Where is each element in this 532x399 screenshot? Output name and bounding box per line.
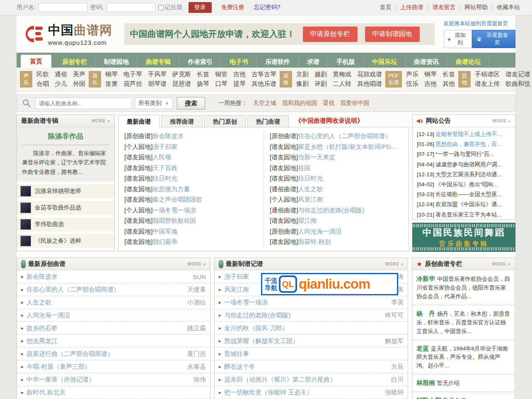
song-row[interactable]: 一场冬雪一场凉 李英 bbox=[215, 296, 408, 309]
hot-search-link[interactable]: 梁祝 bbox=[323, 100, 334, 107]
category-badge[interactable]: 其 他 bbox=[458, 71, 471, 88]
category-link[interactable]: 歌曲和弦 bbox=[505, 80, 530, 88]
song-link[interactable]: 往日时光 bbox=[152, 175, 177, 182]
song-row[interactable]: [谱友园地]雨霖铃.秋别 bbox=[270, 236, 403, 247]
song-tab[interactable]: 推荐曲谱 bbox=[161, 115, 203, 127]
song-link[interactable]: 家是乡愁（机打版/新文本歌词/PD... bbox=[298, 143, 396, 150]
category-link[interactable]: 扬琴 bbox=[197, 80, 209, 88]
apply-original-column-button[interactable]: 申请原创专栏 bbox=[303, 27, 358, 42]
announcement-link[interactable]: 近期有登陆不上或上传不... bbox=[435, 131, 502, 137]
category-link[interactable]: 评剧 bbox=[314, 80, 327, 88]
song-link[interactable]: 当那一天来监 bbox=[298, 153, 335, 161]
announcement-row[interactable]: [10-21]著名音乐家王立平为本站... bbox=[417, 210, 511, 220]
song-link[interactable]: 想去黑龙江 bbox=[27, 337, 203, 345]
login-button[interactable]: 登录 bbox=[189, 2, 212, 13]
baidu-home-button[interactable]: 百度新首页 bbox=[472, 30, 515, 48]
song-row[interactable]: [谱友园地]天下百姓 bbox=[124, 163, 258, 173]
song-row[interactable]: 新会陈皮水 SUN bbox=[17, 270, 210, 283]
song-row[interactable]: 蔬菜进行曲（二声部合唱简谱） 夏门吉 bbox=[17, 348, 210, 360]
nav-item[interactable]: 制谱园地 bbox=[96, 56, 138, 68]
song-row[interactable]: [通俗曲谱]人生之歌 bbox=[270, 184, 403, 195]
announcement-row[interactable]: [12-13]大型文艺展演系列活动通... bbox=[417, 170, 511, 180]
category-link[interactable]: 手稿谱区 bbox=[475, 71, 500, 78]
song-link[interactable]: 往日时光 bbox=[298, 175, 323, 182]
song-row[interactable]: 与你走过的老路(合唱版) 咚可可 bbox=[215, 309, 408, 322]
nav-item[interactable]: 首页 bbox=[21, 55, 51, 68]
song-link[interactable]: 风景江南 bbox=[298, 196, 323, 203]
nav-item[interactable]: 曲谱专辑 bbox=[138, 56, 179, 68]
top-link[interactable]: 网站帮助 bbox=[461, 4, 491, 11]
category-link[interactable]: 其他 bbox=[443, 80, 455, 88]
song-row[interactable]: [谱友园地]祖国 bbox=[270, 163, 403, 173]
category-link[interactable]: 少儿 bbox=[55, 80, 67, 88]
site-logo[interactable]: 中国 曲谱网 www.qupu123.com bbox=[22, 22, 124, 46]
song-row[interactable]: [谱友园地]家是乡愁（机打版/新文本歌词/PD... bbox=[270, 141, 403, 152]
song-link[interactable]: 我唱赞歌献祖国 bbox=[152, 217, 196, 224]
song-row[interactable]: [谱友园地]望江南 bbox=[270, 215, 403, 226]
song-row[interactable]: [原创曲谱]人间沧海一滴泪 bbox=[270, 226, 403, 237]
category-badge[interactable]: 器 乐 bbox=[89, 71, 101, 88]
song-link[interactable]: 我们最乖 bbox=[152, 238, 177, 245]
nav-item[interactable]: 乐谱软件 bbox=[257, 56, 299, 68]
hot-search-link[interactable]: 天空之城 bbox=[253, 100, 276, 107]
announcement-link[interactable]: 著名音乐家王立平为本站... bbox=[435, 212, 502, 218]
song-link[interactable]: 人间沧海一滴泪 bbox=[298, 228, 341, 235]
category-link[interactable]: 电子琴 bbox=[123, 71, 142, 78]
album-list-item[interactable]: 杨学超作品选 bbox=[17, 251, 114, 251]
dance-music-album-banner[interactable]: 中国民族民间舞蹈 音乐曲集专辑 bbox=[412, 223, 515, 252]
album-list-item[interactable]: 沉痛哀悼姚明老师 bbox=[17, 184, 114, 198]
category-link[interactable]: 长笛 bbox=[443, 71, 455, 78]
song-row[interactable]: 醉在这个冬 方辰 bbox=[215, 360, 408, 373]
album-list-item[interactable]: 金苗苓歌曲作品选 bbox=[17, 201, 114, 215]
song-row[interactable]: [原创曲谱]住在心里的人（二声部合唱简谱） bbox=[270, 131, 403, 141]
baidu-tip-link[interactable]: 欢迎将本站放到百度新首页 bbox=[444, 20, 516, 27]
song-row[interactable]: [谱友园地]人民颂 bbox=[124, 152, 258, 163]
category-link[interactable]: 吉他 bbox=[233, 71, 246, 78]
song-link[interactable]: 与你走过的老路(合唱版) bbox=[298, 207, 364, 214]
top-link[interactable]: 上传曲谱 bbox=[397, 4, 427, 11]
category-link[interactable]: 黄梅戏 bbox=[333, 71, 351, 78]
category-link[interactable]: 琵琶谱 bbox=[172, 80, 191, 88]
song-row[interactable]: 人间沧海一滴泪 bbox=[17, 309, 210, 322]
announcement-link[interactable]: 《中国乐坛》推出“唱响... bbox=[435, 181, 498, 187]
nav-item[interactable]: 原创专栏 bbox=[54, 56, 96, 68]
category-link[interactable]: 古筝古琴 bbox=[251, 71, 276, 78]
baidu-add-button[interactable]: + 添加到 bbox=[444, 30, 472, 48]
author-entry[interactable]: 冷新华中国音乐著作权协会会员，四川省音乐家协会会员，德阳市音乐家协会会员，代表作… bbox=[412, 270, 515, 305]
announcement-row[interactable]: [04-02]《中国乐坛》推出“唱响... bbox=[417, 180, 511, 190]
song-link[interactable]: 金川的秋（国风·刀郎） bbox=[224, 324, 400, 332]
announcement-link[interactable]: 思想自由，兼容并包，百... bbox=[435, 141, 502, 147]
category-link[interactable]: 谱友记谱 bbox=[505, 71, 530, 78]
category-link[interactable]: 钢琴 bbox=[424, 71, 437, 78]
category-link[interactable]: 弦乐 bbox=[406, 80, 418, 88]
song-link[interactable]: 胜战荣耀（解放军文工团） bbox=[224, 337, 382, 345]
category-badge[interactable]: 声 乐 bbox=[20, 71, 32, 88]
register-link[interactable]: 免费注册 bbox=[221, 4, 244, 11]
announcement-link[interactable]: “一带一路与爱同行”百... bbox=[435, 151, 494, 157]
category-link[interactable]: 京剧 bbox=[296, 71, 309, 78]
nav-item[interactable]: 电子书 bbox=[221, 56, 257, 68]
album-list-item[interactable]: 《民族之春》选粹 bbox=[17, 234, 114, 248]
category-link[interactable]: 钢琴 bbox=[105, 71, 118, 78]
nav-item[interactable]: 作者索引 bbox=[179, 56, 221, 68]
featured-album-title[interactable]: 陈涤非作品 bbox=[22, 131, 109, 145]
song-row[interactable]: [个人园地]浪子归家 bbox=[124, 141, 258, 152]
category-link[interactable]: 豫剧 bbox=[296, 80, 309, 88]
category-link[interactable]: 胡琴谱 bbox=[148, 80, 167, 88]
nav-item[interactable]: 曲谱论坛 bbox=[447, 56, 489, 68]
song-link[interactable]: 人生之歌 bbox=[298, 185, 323, 192]
author-name[interactable]: 林殷南 bbox=[416, 379, 435, 386]
category-link[interactable]: 萨克斯 bbox=[172, 71, 191, 78]
category-link[interactable]: 铜管 bbox=[215, 71, 227, 78]
song-row[interactable]: [谱友园地]中国军魂 bbox=[124, 226, 258, 237]
song-link[interactable]: 醉在这个冬 bbox=[224, 363, 388, 371]
song-link[interactable]: 把一切献给党（张晓钟 王必主） bbox=[224, 389, 382, 397]
announcement-link[interactable]: 长征颂歌——全国大型原... bbox=[435, 191, 502, 197]
song-row[interactable]: 胜战荣耀（解放军文工团） 解放军 bbox=[215, 335, 408, 348]
song-link[interactable]: 今唱·村居（童声三部） bbox=[27, 363, 184, 371]
song-link[interactable]: 望江南 bbox=[298, 217, 317, 224]
song-link[interactable]: 故乡的石桥 bbox=[27, 324, 184, 332]
search-button[interactable]: 搜索 bbox=[177, 97, 205, 109]
song-row[interactable]: [谱友园地]当那一天来监 bbox=[270, 152, 403, 163]
song-row[interactable]: [通俗曲谱]与你走过的老路(合唱版) bbox=[270, 205, 403, 216]
